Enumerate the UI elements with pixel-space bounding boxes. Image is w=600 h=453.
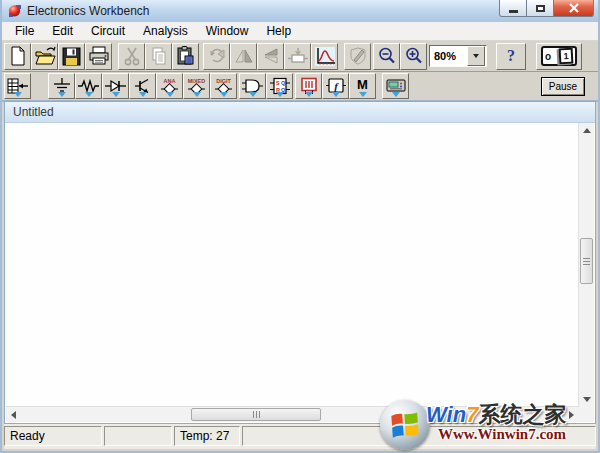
help-button[interactable]: ? (496, 43, 526, 70)
zoom-select[interactable]: 80% (429, 45, 487, 67)
menu-help[interactable]: Help (257, 23, 300, 39)
menu-file[interactable]: File (6, 23, 43, 39)
flip-vertical-button[interactable] (257, 43, 284, 70)
titlebar[interactable]: Electronics Workbench (2, 0, 598, 23)
chevron-down-icon (473, 54, 479, 58)
dropdown-arrow-icon (220, 92, 228, 97)
dropdown-arrow-icon (85, 92, 93, 97)
menu-window[interactable]: Window (197, 23, 258, 39)
flip-horizontal-button[interactable] (230, 43, 257, 70)
minimize-button[interactable] (499, 0, 527, 17)
status-ready: Ready (4, 426, 102, 446)
grip-icon (583, 261, 590, 262)
dropdown-arrow-icon (276, 92, 284, 97)
flip-vertical-icon (261, 47, 281, 65)
miscellaneous-button[interactable]: M (349, 73, 376, 99)
svg-text:ANA: ANA (164, 77, 176, 83)
printer-icon (88, 46, 110, 66)
analog-ics-button[interactable]: ANA (156, 73, 183, 99)
zoom-dropdown-button[interactable] (467, 46, 485, 66)
mixed-ics-button[interactable]: MIXED (183, 73, 210, 99)
transistors-button[interactable] (129, 73, 156, 99)
favorites-button[interactable] (4, 73, 31, 99)
status-ready-text: Ready (10, 429, 45, 443)
copy-button[interactable] (145, 43, 172, 70)
circuit-canvas[interactable] (6, 123, 579, 407)
digital-button[interactable]: S Q R Q (266, 73, 293, 99)
power-off-label: o (545, 51, 551, 62)
statusbar: Ready Temp: 27 (4, 424, 596, 449)
document-titlebar[interactable]: Untitled (5, 102, 595, 123)
copy-icon (150, 46, 168, 66)
power-switch[interactable]: o 1 (536, 43, 582, 70)
subcircuit-button[interactable] (284, 43, 311, 70)
digital-ics-button[interactable]: DIGIT (210, 73, 237, 99)
controls-button[interactable]: f (322, 73, 349, 99)
arrow-up-icon (583, 128, 591, 133)
app-icon (8, 4, 22, 18)
logic-gates-button[interactable] (239, 73, 266, 99)
zoom-out-button[interactable] (373, 43, 400, 70)
maximize-button[interactable] (527, 0, 554, 17)
menubar: File Edit Circuit Analysis Window Help (2, 22, 598, 41)
diodes-button[interactable] (102, 73, 129, 99)
status-panel-2 (104, 426, 172, 446)
main-toolbar: 80% ? o 1 (2, 41, 598, 72)
new-button[interactable] (4, 43, 31, 70)
sources-button[interactable] (48, 73, 75, 99)
print-button[interactable] (85, 43, 112, 70)
instruments-button[interactable] (382, 73, 409, 99)
close-icon (569, 3, 579, 13)
save-button[interactable] (58, 43, 85, 70)
scroll-right-button[interactable] (564, 407, 579, 422)
arrow-down-icon (583, 397, 591, 402)
zoom-in-button[interactable] (400, 43, 427, 70)
pause-label: Pause (549, 81, 577, 92)
document-title: Untitled (13, 105, 54, 119)
dropdown-arrow-icon (112, 92, 120, 97)
help-icon: ? (507, 47, 515, 65)
rotate-button[interactable] (203, 43, 230, 70)
vertical-scroll-thumb[interactable] (580, 238, 593, 284)
vertical-scrollbar (578, 123, 594, 407)
horizontal-scroll-thumb[interactable] (191, 408, 321, 421)
rotate-icon (207, 46, 227, 66)
status-panel-4 (242, 426, 596, 446)
svg-text:DIGIT: DIGIT (216, 77, 231, 83)
horizontal-scrollbar (6, 406, 579, 422)
scissors-icon (123, 46, 141, 66)
status-temp-text: Temp: 27 (180, 429, 229, 443)
close-button[interactable] (554, 0, 594, 17)
scroll-up-button[interactable] (579, 123, 594, 138)
open-button[interactable] (31, 43, 58, 70)
graphs-button[interactable] (311, 43, 338, 70)
arrow-left-icon (11, 411, 16, 419)
dropdown-arrow-icon (139, 92, 147, 97)
dropdown-arrow-icon (359, 92, 367, 97)
minimize-icon (509, 10, 518, 13)
circuit-document: Untitled (4, 101, 596, 424)
paste-button[interactable] (172, 43, 199, 70)
cut-button[interactable] (118, 43, 145, 70)
properties-button[interactable] (344, 43, 371, 70)
scroll-left-button[interactable] (6, 407, 21, 422)
floppy-disk-icon (62, 47, 81, 66)
svg-text:Q: Q (281, 80, 286, 86)
zoom-out-icon (377, 46, 397, 66)
zoom-in-icon (404, 46, 424, 66)
component-properties-icon (348, 46, 368, 66)
menu-circuit[interactable]: Circuit (82, 23, 134, 39)
dropdown-arrow-icon (305, 92, 313, 97)
arrow-right-icon (569, 411, 574, 419)
pause-button[interactable]: Pause (541, 77, 585, 96)
folder-open-icon (34, 46, 56, 66)
indicators-button[interactable] (295, 73, 322, 99)
window-title: Electronics Workbench (27, 4, 150, 18)
power-on-label: 1 (559, 48, 574, 65)
menu-analysis[interactable]: Analysis (134, 23, 197, 39)
scroll-down-button[interactable] (579, 392, 594, 407)
parts-toolbar: ANA MIXED DIGIT (2, 72, 598, 102)
menu-edit[interactable]: Edit (43, 23, 82, 39)
dropdown-arrow-icon (392, 92, 400, 97)
basic-button[interactable] (75, 73, 102, 99)
